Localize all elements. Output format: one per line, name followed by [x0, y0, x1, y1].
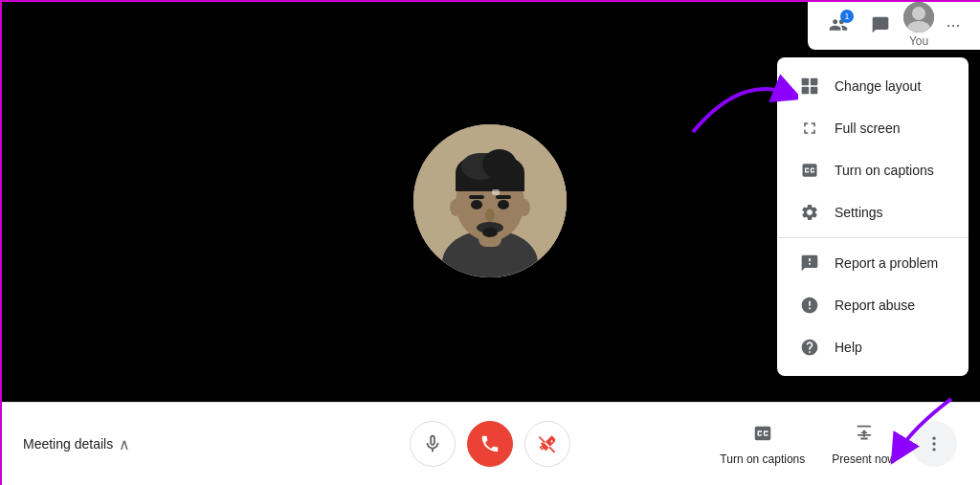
- participants-button[interactable]: 1: [819, 6, 858, 44]
- svg-point-12: [498, 200, 509, 209]
- menu-item-report-problem[interactable]: Report a problem: [777, 242, 969, 284]
- svg-point-22: [912, 7, 925, 20]
- menu-item-full-screen[interactable]: Full screen: [777, 107, 969, 149]
- svg-rect-14: [496, 195, 511, 199]
- dropdown-menu: Change layout Full screen Turn on captio…: [777, 57, 969, 376]
- present-now-button[interactable]: Present now: [820, 415, 907, 474]
- participant-avatar: [413, 124, 567, 277]
- captions-button[interactable]: Turn on captions: [708, 415, 816, 474]
- captions-bottom-icon: [752, 423, 773, 449]
- menu-item-change-layout[interactable]: Change layout: [777, 65, 969, 107]
- menu-label-full-screen: Full screen: [835, 121, 900, 136]
- svg-point-11: [471, 200, 482, 209]
- top-more-options-button[interactable]: ···: [938, 10, 969, 40]
- microphone-button[interactable]: [410, 421, 456, 467]
- bottom-bar: Meeting details ∧: [0, 402, 980, 485]
- you-container: You: [903, 2, 934, 48]
- svg-rect-20: [492, 189, 500, 195]
- svg-point-32: [932, 448, 935, 451]
- menu-label-help: Help: [835, 340, 862, 355]
- menu-item-captions[interactable]: Turn on captions: [777, 149, 969, 191]
- controls-center: [410, 421, 570, 467]
- svg-rect-26: [802, 87, 810, 95]
- settings-icon: [800, 203, 819, 222]
- svg-point-10: [482, 149, 517, 180]
- user-avatar-top: [903, 2, 934, 33]
- fullscreen-icon: [800, 119, 819, 138]
- help-icon: [800, 338, 819, 357]
- chevron-up-icon: ∧: [119, 435, 130, 453]
- camera-button[interactable]: [524, 421, 570, 467]
- svg-point-19: [519, 199, 530, 216]
- end-call-button[interactable]: [467, 421, 513, 467]
- svg-rect-27: [811, 87, 818, 95]
- svg-point-30: [932, 437, 935, 440]
- svg-point-18: [450, 199, 461, 216]
- chat-button[interactable]: [861, 6, 900, 44]
- svg-point-15: [485, 209, 495, 222]
- menu-item-settings[interactable]: Settings: [777, 191, 969, 233]
- meeting-details-label: Meeting details: [23, 436, 113, 452]
- report-abuse-icon: [800, 296, 819, 315]
- present-icon: [854, 423, 875, 449]
- svg-rect-13: [469, 195, 484, 199]
- top-bar: 1 You ···: [808, 0, 980, 50]
- svg-rect-24: [802, 78, 810, 86]
- svg-rect-25: [811, 78, 818, 86]
- menu-label-change-layout: Change layout: [835, 78, 921, 94]
- captions-icon: [800, 161, 819, 180]
- menu-label-report-abuse: Report abuse: [835, 298, 915, 313]
- menu-divider: [777, 237, 969, 238]
- captions-button-label: Turn on captions: [720, 452, 805, 466]
- menu-label-report-problem: Report a problem: [835, 255, 938, 271]
- svg-point-17: [482, 228, 498, 237]
- more-options-button[interactable]: [911, 421, 957, 467]
- participants-badge: 1: [840, 10, 854, 23]
- layout-icon: [800, 77, 819, 96]
- menu-item-report-abuse[interactable]: Report abuse: [777, 284, 969, 326]
- menu-label-settings: Settings: [835, 205, 883, 220]
- menu-label-captions: Turn on captions: [835, 163, 934, 178]
- menu-item-help[interactable]: Help: [777, 326, 969, 368]
- svg-point-31: [932, 442, 935, 445]
- report-problem-icon: [800, 254, 819, 273]
- controls-right: Turn on captions Present now: [708, 415, 957, 474]
- you-label: You: [909, 34, 928, 48]
- meeting-details-button[interactable]: Meeting details ∧: [23, 435, 130, 453]
- present-now-button-label: Present now: [832, 452, 896, 466]
